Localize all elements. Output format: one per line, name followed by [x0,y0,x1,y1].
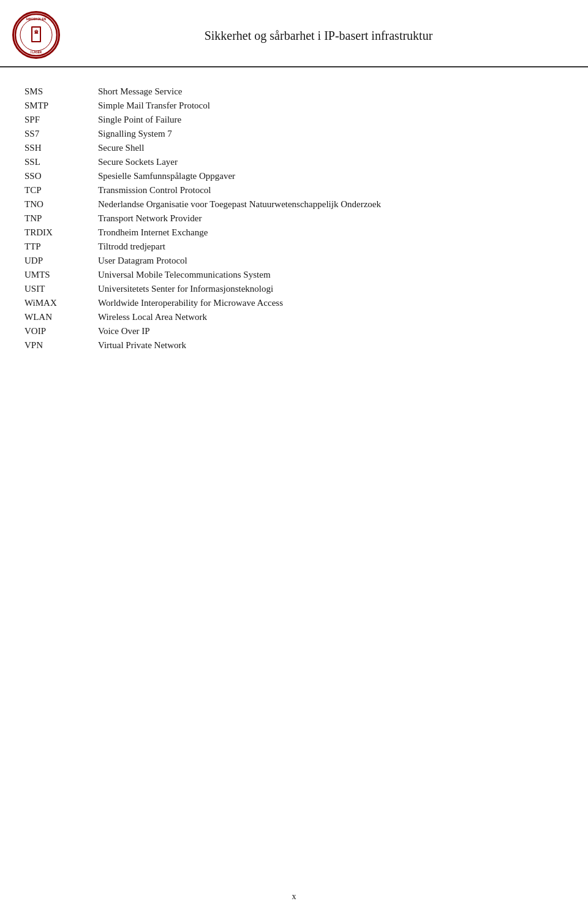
table-row: SMSShort Message Service [24,85,564,99]
abbreviation-cell: USIT [24,282,98,296]
table-row: TNPTransport Network Provider [24,211,564,226]
description-cell: Universitetets Senter for Informasjonste… [98,282,564,296]
table-row: WiMAXWorldwide Interoperability for Micr… [24,296,564,310]
table-row: SMTPSimple Mail Transfer Protocol [24,99,564,113]
description-cell: Universal Mobile Telecommunications Syst… [98,268,564,282]
abbreviation-cell: TCP [24,183,98,197]
table-row: TCPTransmission Control Protocol [24,183,564,197]
description-cell: Secure Shell [98,141,564,155]
description-cell: Secure Sockets Layer [98,155,564,169]
table-row: WLANWireless Local Area Network [24,310,564,324]
abbreviation-cell: TNO [24,197,98,211]
table-row: SS7Signalling System 7 [24,127,564,141]
description-cell: Voice Over IP [98,324,564,338]
abbreviation-cell: SMS [24,85,98,99]
table-row: VOIPVoice Over IP [24,324,564,338]
abbreviation-cell: SPF [24,113,98,127]
description-cell: Wireless Local Area Network [98,310,564,324]
abbreviation-cell: SS7 [24,127,98,141]
table-row: UMTSUniversal Mobile Telecommunications … [24,268,564,282]
page-title: Sikkerhet og sårbarhet i IP-basert infra… [74,29,564,43]
abbreviation-cell: SSH [24,141,98,155]
description-cell: Worldwide Interoperability for Microwave… [98,296,564,310]
abbreviation-cell: UMTS [24,268,98,282]
table-row: SPFSingle Point of Failure [24,113,564,127]
abbreviation-cell: WiMAX [24,296,98,310]
table-row: UDPUser Datagram Protocol [24,254,564,268]
description-cell: Spesielle Samfunnspålagte Oppgaver [98,169,564,183]
table-row: SSHSecure Shell [24,141,564,155]
abbreviation-cell: VPN [24,338,98,352]
abbreviation-cell: SSO [24,169,98,183]
description-cell: Single Point of Failure [98,113,564,127]
description-cell: Signalling System 7 [98,127,564,141]
table-row: USITUniversitetets Senter for Informasjo… [24,282,564,296]
description-cell: Transmission Control Protocol [98,183,564,197]
table-row: VPNVirtual Private Network [24,338,564,352]
abbreviation-cell: VOIP [24,324,98,338]
table-row: SSLSecure Sockets Layer [24,155,564,169]
svg-text:HØGSKOLEN: HØGSKOLEN [26,17,47,21]
table-row: TRDIXTrondheim Internet Exchange [24,226,564,240]
page-number: x [292,892,296,902]
abbreviation-cell: WLAN [24,310,98,324]
logo: HØGSKOLEN I LAGER 🏛 [12,11,61,60]
description-cell: Virtual Private Network [98,338,564,352]
table-row: TNONederlandse Organisatie voor Toegepas… [24,197,564,211]
abbreviation-table: SMSShort Message ServiceSMTPSimple Mail … [24,85,564,352]
abbreviation-cell: TTP [24,240,98,254]
abbreviation-cell: SMTP [24,99,98,113]
table-row: TTPTiltrodd tredjepart [24,240,564,254]
abbreviation-cell: SSL [24,155,98,169]
description-cell: Nederlandse Organisatie voor Toegepast N… [98,197,564,211]
description-cell: Tiltrodd tredjepart [98,240,564,254]
description-cell: Short Message Service [98,85,564,99]
abbreviation-cell: TRDIX [24,226,98,240]
description-cell: Simple Mail Transfer Protocol [98,99,564,113]
page-header: HØGSKOLEN I LAGER 🏛 Sikkerhet og sårbarh… [0,0,588,67]
abbreviation-cell: TNP [24,211,98,226]
abbreviation-cell: UDP [24,254,98,268]
description-cell: Trondheim Internet Exchange [98,226,564,240]
description-cell: User Datagram Protocol [98,254,564,268]
description-cell: Transport Network Provider [98,211,564,226]
svg-text:🏛: 🏛 [34,29,39,34]
main-content: SMSShort Message ServiceSMTPSimple Mail … [0,85,588,377]
svg-text:I LAGER: I LAGER [31,51,42,54]
table-row: SSOSpesielle Samfunnspålagte Oppgaver [24,169,564,183]
